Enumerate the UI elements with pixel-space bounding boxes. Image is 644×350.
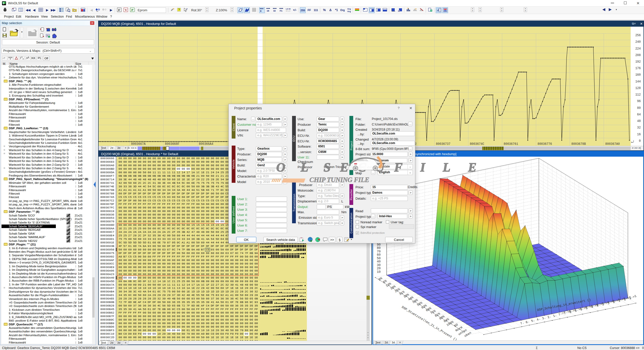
svg-text:80036761: 80036761 (504, 142, 518, 146)
svg-text:LO HI: LO HI (286, 8, 291, 10)
svg-text:8003678B: 8003678B (571, 142, 586, 146)
svg-text:60: 60 (377, 253, 381, 257)
svg-text:80036776: 80036776 (538, 142, 552, 146)
svg-text:?: ? (178, 8, 180, 12)
svg-text:8003674C: 8003674C (470, 142, 484, 146)
svg-text:HI LO: HI LO (286, 10, 291, 12)
svg-text:40: 40 (377, 260, 381, 264)
svg-text:800367A0: 800367A0 (605, 142, 620, 146)
svg-text:F1: F1 (280, 10, 283, 12)
svg-text:16: 16 (267, 10, 269, 12)
svg-text:+: + (430, 9, 432, 12)
svg-text:KK: KK (31, 57, 35, 60)
svg-text:8: 8 (260, 10, 261, 12)
svg-text:80036737: 80036737 (436, 142, 451, 146)
svg-text:P: P (131, 8, 133, 12)
svg-text:=?: =? (3, 57, 5, 59)
svg-text:80: 80 (377, 246, 381, 250)
svg-text:30: 30 (377, 264, 381, 267)
svg-text:50: 50 (377, 257, 381, 260)
svg-text:F: F (118, 8, 120, 12)
svg-text:32: 32 (273, 10, 276, 12)
svg-text:?: ? (186, 8, 188, 10)
svg-text:10: 10 (377, 270, 381, 274)
svg-text:IHL: IHL (96, 11, 98, 12)
svg-text:8003668F: 8003668F (165, 142, 180, 146)
svg-text:⇄: ⇄ (437, 9, 439, 12)
svg-text:800366A4: 800366A4 (199, 142, 213, 146)
svg-text:V: V (125, 8, 127, 12)
svg-text:70: 70 (377, 250, 381, 253)
svg-text:20: 20 (377, 267, 381, 270)
svg-text:8003667A: 8003667A (131, 142, 146, 146)
svg-text:90: 90 (377, 243, 381, 247)
